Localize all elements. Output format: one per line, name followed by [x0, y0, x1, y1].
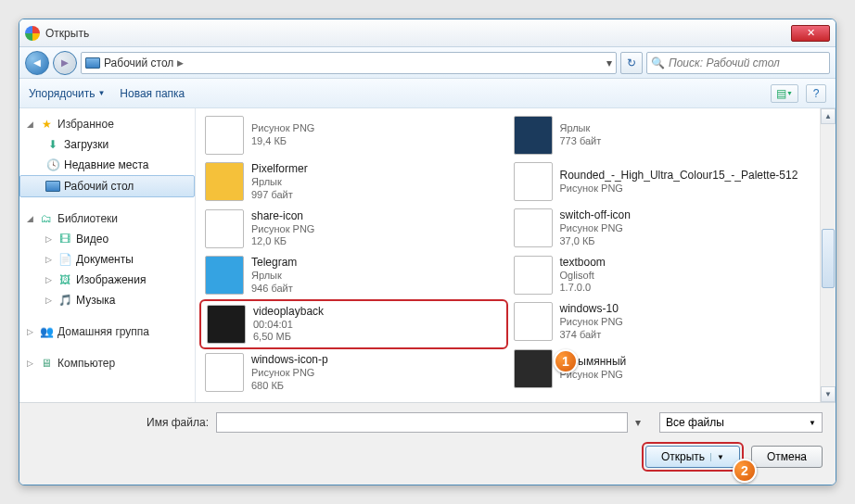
- scroll-thumb[interactable]: [822, 229, 835, 288]
- breadcrumb-arrow-icon[interactable]: ▶: [177, 58, 184, 68]
- cancel-button[interactable]: Отмена: [751, 446, 823, 468]
- sidebar-item-documents[interactable]: ▷ 📄 Документы: [19, 249, 195, 270]
- organize-button[interactable]: Упорядочить▼: [29, 87, 105, 100]
- expand-icon[interactable]: ▷: [45, 296, 54, 305]
- sidebar-item-recent[interactable]: 🕓 Недавние места: [19, 155, 195, 175]
- sidebar-item-desktop[interactable]: Рабочий стол: [19, 175, 195, 197]
- sidebar-item-music[interactable]: ▷ 🎵 Музыка: [19, 290, 195, 310]
- filename-dropdown-icon[interactable]: ▾: [635, 416, 652, 429]
- help-button[interactable]: ?: [806, 84, 826, 103]
- file-size: 997 байт: [251, 189, 308, 202]
- file-item[interactable]: windows-10 Рисунок PNG 374 байт: [508, 298, 817, 346]
- file-item[interactable]: videoplayback 00:04:01 6,50 МБ: [199, 299, 508, 350]
- collapse-icon[interactable]: ◢: [27, 214, 35, 223]
- expand-icon[interactable]: ▷: [27, 359, 35, 368]
- documents-icon: 📄: [57, 252, 72, 267]
- file-size: 946 байт: [251, 283, 297, 296]
- collapse-icon[interactable]: ◢: [27, 120, 35, 129]
- file-item[interactable]: Pixelformer Ярлык 997 байт: [199, 158, 508, 206]
- file-thumbnail-icon: [205, 353, 244, 392]
- forward-button[interactable]: ►: [53, 51, 77, 75]
- file-size: 773 байт: [560, 135, 602, 148]
- sidebar-computer[interactable]: ▷ 🖥 Компьютер: [19, 353, 195, 373]
- file-item[interactable]: share-icon Рисунок PNG 12,0 КБ: [199, 206, 508, 253]
- vertical-scrollbar[interactable]: ▲ ▼: [820, 108, 836, 402]
- desktop-icon: [85, 57, 100, 69]
- scroll-down-button[interactable]: ▼: [821, 386, 836, 402]
- search-input[interactable]: [669, 57, 825, 69]
- file-thumbnail-icon: [514, 162, 553, 201]
- file-item[interactable]: switch-off-icon Рисунок PNG 37,0 КБ: [508, 205, 817, 252]
- expand-icon[interactable]: ▷: [45, 275, 54, 284]
- file-item[interactable]: Рисунок PNG 19,4 КБ: [199, 112, 508, 158]
- download-icon: ⬇: [45, 137, 60, 152]
- computer-icon: 🖥: [39, 356, 54, 371]
- scroll-track[interactable]: [821, 124, 836, 386]
- sidebar-favorites[interactable]: ◢ ★ Избранное: [19, 114, 195, 134]
- window-title: Открыть: [45, 27, 791, 40]
- nav-bar: ◄ ► Рабочий стол ▶ ▾ ↻ 🔍: [19, 47, 836, 79]
- address-bar[interactable]: Рабочий стол ▶ ▾: [81, 52, 617, 74]
- file-thumbnail-icon: [514, 116, 553, 155]
- annotation-badge-2: 2: [733, 459, 757, 483]
- refresh-button[interactable]: ↻: [620, 52, 643, 74]
- file-item[interactable]: Ярлык 773 байт: [508, 112, 817, 158]
- music-icon: 🎵: [57, 293, 72, 308]
- scroll-up-button[interactable]: ▲: [821, 108, 836, 124]
- sidebar-item-video[interactable]: ▷ 🎞 Видео: [19, 229, 195, 249]
- file-type-filter[interactable]: Все файлы ▼: [659, 412, 823, 433]
- file-size: 6,50 МБ: [253, 331, 324, 344]
- file-type: Рисунок PNG: [560, 222, 631, 235]
- titlebar[interactable]: Открыть ✕: [19, 19, 836, 47]
- file-size: 1.7.0.0: [560, 282, 606, 295]
- file-name: Rounded_-_High_Ultra_Colour15_-_Palette-…: [560, 169, 798, 183]
- file-size: 680 КБ: [251, 380, 328, 393]
- filename-label: Имя файла:: [32, 416, 209, 429]
- file-thumbnail-icon: [205, 256, 244, 295]
- file-name: textboom: [560, 256, 606, 270]
- file-list[interactable]: Рисунок PNG 19,4 КБ Pixelformer Ярлык 99…: [196, 108, 820, 402]
- search-box[interactable]: 🔍: [646, 52, 830, 74]
- file-item[interactable]: textboom Oglisoft 1.7.0.0: [508, 252, 817, 299]
- file-type: Рисунок PNG: [560, 183, 798, 195]
- file-type: Oglisoft: [560, 270, 606, 283]
- open-button[interactable]: Открыть ▼: [645, 446, 740, 468]
- file-type: Рисунок PNG: [560, 316, 623, 329]
- back-button[interactable]: ◄: [25, 51, 49, 75]
- file-name: switch-off-icon: [560, 208, 631, 222]
- file-item[interactable]: Rounded_-_High_Ultra_Colour15_-_Palette-…: [508, 158, 817, 205]
- file-name: windows-icon-p: [251, 353, 328, 367]
- dialog-body: ◢ ★ Избранное ⬇ Загрузки 🕓 Недавние мест…: [19, 108, 836, 402]
- sidebar-homegroup[interactable]: ▷ 👥 Домашняя группа: [19, 321, 195, 342]
- view-mode-button[interactable]: ▤ ▼: [771, 84, 798, 103]
- new-folder-button[interactable]: Новая папка: [120, 87, 185, 100]
- toolbar: Упорядочить▼ Новая папка ▤ ▼ ?: [19, 79, 836, 108]
- file-item[interactable]: Безымянный Рисунок PNG: [508, 346, 817, 392]
- split-dropdown-icon[interactable]: ▼: [710, 453, 724, 461]
- breadcrumb-location[interactable]: Рабочий стол: [104, 57, 173, 69]
- expand-icon[interactable]: ▷: [45, 255, 54, 264]
- sidebar-item-downloads[interactable]: ⬇ Загрузки: [19, 134, 195, 155]
- file-item[interactable]: Telegram Ярлык 946 байт: [199, 252, 508, 299]
- file-thumbnail-icon: [205, 162, 244, 201]
- expand-icon[interactable]: ▷: [27, 327, 35, 336]
- file-size: 374 байт: [560, 329, 623, 342]
- homegroup-icon: 👥: [39, 324, 54, 339]
- filename-input[interactable]: [216, 412, 628, 433]
- sidebar-item-pictures[interactable]: ▷ 🖼 Изображения: [19, 270, 195, 290]
- sidebar-libraries[interactable]: ◢ 🗂 Библиотеки: [19, 208, 195, 229]
- address-dropdown-icon[interactable]: ▾: [606, 57, 612, 69]
- search-icon: 🔍: [651, 57, 665, 69]
- file-item[interactable]: windows-icon-p Рисунок PNG 680 КБ: [199, 349, 508, 397]
- file-type: Ярлык: [251, 270, 297, 283]
- close-button[interactable]: ✕: [791, 25, 830, 42]
- expand-icon[interactable]: ▷: [45, 234, 54, 244]
- file-name: Telegram: [251, 256, 297, 270]
- chrome-icon: [25, 26, 40, 41]
- libraries-icon: 🗂: [39, 211, 54, 226]
- file-thumbnail-icon: [514, 256, 553, 295]
- file-thumbnail-icon: [514, 208, 553, 247]
- file-thumbnail-icon: [514, 349, 553, 388]
- file-thumbnail-icon: [514, 302, 553, 341]
- file-type: 00:04:01: [253, 319, 324, 332]
